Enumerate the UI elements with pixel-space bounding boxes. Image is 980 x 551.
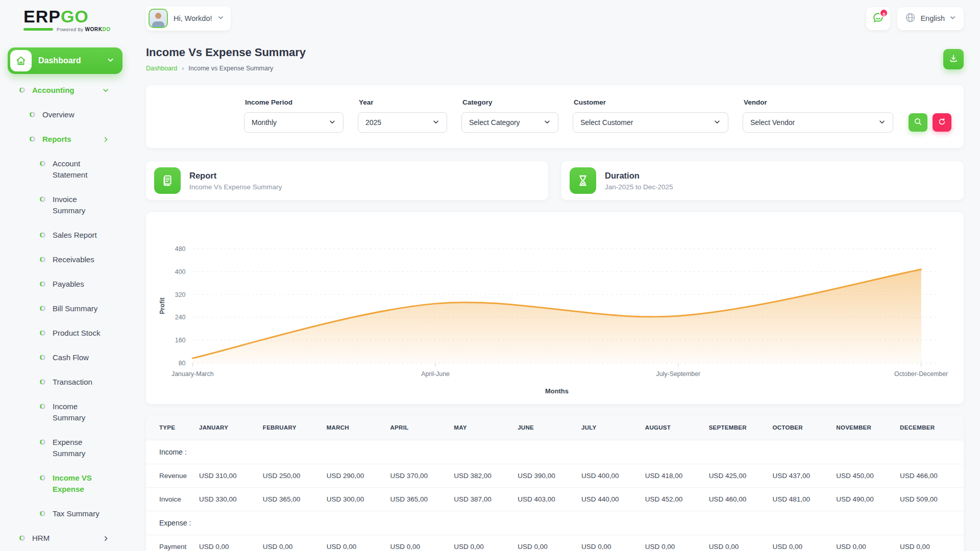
y-tick-label: 400 <box>175 268 186 276</box>
row-type-cell: Invoice <box>146 487 199 511</box>
duration-card-subtitle: Jan-2025 to Dec-2025 <box>605 183 673 191</box>
sidebar-item-income-vs-expense[interactable]: Income VS Expense <box>0 466 132 502</box>
customer-select[interactable]: Select Customer <box>573 112 728 133</box>
duration-card: Duration Jan-2025 to Dec-2025 <box>561 161 964 200</box>
table-cell: USD 0,00 <box>518 535 581 551</box>
table-cell: USD 403,00 <box>518 487 581 511</box>
y-tick-label: 80 <box>179 360 186 367</box>
income-expense-table: TYPEJANUARYFEBRUARYMARCHAPRILMAYJUNEJULY… <box>146 415 964 551</box>
sidebar-item-bill-summary[interactable]: Bill Summary <box>0 296 132 321</box>
user-menu[interactable]: Hi, Workdo! <box>146 6 231 31</box>
column-header-december: DECEMBER <box>900 415 964 440</box>
y-tick-label: 240 <box>175 314 186 321</box>
table-cell: USD 425,00 <box>709 464 773 487</box>
sidebar-item-overview[interactable]: Overview <box>0 103 132 127</box>
report-card: Report Income Vs Expense Summary <box>146 161 548 200</box>
info-cards: Report Income Vs Expense Summary Duratio… <box>146 161 964 200</box>
sidebar-item-transaction[interactable]: Transaction <box>0 370 132 394</box>
column-header-august: AUGUST <box>645 415 709 440</box>
sidebar-item-label: Dashboard <box>38 56 100 65</box>
download-button[interactable] <box>943 49 964 69</box>
year-select[interactable]: 2025 <box>358 112 447 133</box>
column-header-february: FEBRUARY <box>263 415 327 440</box>
chevron-down-icon <box>107 56 114 66</box>
sidebar-menu: AccountingOverviewReportsAccount Stateme… <box>0 78 132 551</box>
avatar <box>149 9 168 28</box>
language-selector[interactable]: English <box>897 7 964 30</box>
table-cell: USD 481,00 <box>772 487 836 511</box>
sidebar-item-label: Receivables <box>53 254 94 265</box>
bullet-icon <box>40 355 45 360</box>
category-select[interactable]: Select Category <box>461 112 558 133</box>
select-value: Select Category <box>469 118 520 127</box>
filter-field-income-period: Income PeriodMonthly <box>244 98 344 133</box>
sidebar-item-label: Invoice Summary <box>53 194 109 216</box>
filter-field-vendor: VendorSelect Vendor <box>743 98 893 133</box>
filter-field-category: CategorySelect Category <box>461 98 558 133</box>
report-card-subtitle: Income Vs Expense Summary <box>189 183 282 191</box>
filter-field-year: Year2025 <box>358 98 447 133</box>
sidebar-item-label: Account Statement <box>53 158 104 181</box>
chevron-down-icon <box>102 87 109 96</box>
table-cell: USD 418,00 <box>645 464 709 487</box>
hourglass-icon <box>570 167 596 194</box>
column-header-march: MARCH <box>327 415 390 440</box>
sidebar-item-reports[interactable]: Reports <box>0 127 132 152</box>
duration-card-title: Duration <box>605 171 673 181</box>
sidebar-item-product-stock[interactable]: Product Stock <box>0 321 132 345</box>
reset-button[interactable] <box>933 113 951 132</box>
column-header-may: MAY <box>454 415 518 440</box>
select-value: 2025 <box>365 118 381 127</box>
sidebar-item-receivables[interactable]: Receivables <box>0 247 132 272</box>
breadcrumb-current: Income vs Expense Summary <box>188 65 273 72</box>
y-tick-label: 320 <box>175 291 186 298</box>
refresh-icon <box>938 117 946 128</box>
select-value: Monthly <box>252 118 277 127</box>
sidebar-item-accounting[interactable]: Accounting <box>0 78 132 103</box>
column-header-october: OCTOBER <box>772 415 836 440</box>
sidebar-item-label: Product Stock <box>53 328 100 339</box>
messages-button[interactable]: 0 <box>866 7 890 30</box>
table-cell: USD 290,00 <box>327 464 390 487</box>
table-cell: USD 250,00 <box>263 464 327 487</box>
sidebar-item-label: Reports <box>42 134 71 145</box>
sidebar-item-label: Overview <box>42 109 75 120</box>
sidebar-item-label: HRM <box>32 533 50 544</box>
sidebar-item-account-statement[interactable]: Account Statement <box>0 152 132 187</box>
sidebar-item-income-summary[interactable]: Income Summary <box>0 394 132 430</box>
topbar-actions: 0 English <box>866 7 964 30</box>
income-period-select[interactable]: Monthly <box>244 112 344 133</box>
bullet-icon <box>40 475 45 481</box>
chevron-down-icon <box>949 14 956 22</box>
brand-logo[interactable]: ERPGO Powered By WORKDO <box>0 0 132 32</box>
sidebar-item-expense-summary[interactable]: Expense Summary <box>0 430 132 466</box>
search-icon <box>914 117 922 128</box>
sidebar-item-sales-report[interactable]: Sales Report <box>0 223 132 247</box>
sidebar-item-cash-flow[interactable]: Cash Flow <box>0 345 132 370</box>
sidebar-item-tax-summary[interactable]: Tax Summary <box>0 502 132 526</box>
sidebar-item-invoice-summary[interactable]: Invoice Summary <box>0 187 132 223</box>
sidebar-item-dashboard[interactable]: Dashboard <box>8 47 122 74</box>
select-value: Select Vendor <box>750 118 795 127</box>
row-type-cell: Revenue <box>146 464 199 487</box>
column-header-september: SEPTEMBER <box>709 415 773 440</box>
chevron-down-icon <box>217 14 224 23</box>
vendor-select[interactable]: Select Vendor <box>743 112 893 133</box>
page-header: Income Vs Expense Summary Dashboard › In… <box>146 46 964 72</box>
table-cell: USD 365,00 <box>263 487 327 511</box>
table-row-payment: PaymentUSD 0,00USD 0,00USD 0,00USD 0,00U… <box>146 535 964 551</box>
x-axis-title: Months <box>545 387 569 395</box>
breadcrumb-link-dashboard[interactable]: Dashboard <box>146 65 177 72</box>
sidebar-item-hrm[interactable]: HRM <box>0 526 132 550</box>
sidebar-item-payables[interactable]: Payables <box>0 272 132 296</box>
home-icon <box>10 50 32 71</box>
table-cell: USD 0,00 <box>454 535 518 551</box>
brand-name-erp: ERP <box>23 7 61 26</box>
report-document-icon <box>154 167 181 194</box>
filter-label-income-period: Income Period <box>245 98 344 106</box>
chevron-down-icon <box>878 118 886 127</box>
table-cell: USD 0,00 <box>390 535 454 551</box>
search-button[interactable] <box>909 113 927 132</box>
table-cell: USD 0,00 <box>772 535 836 551</box>
bullet-icon <box>40 379 45 385</box>
